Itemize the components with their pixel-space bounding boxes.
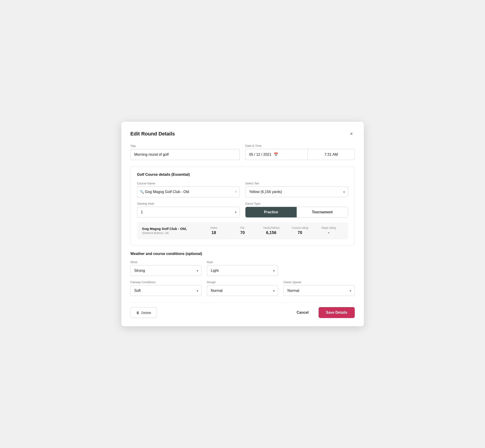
course-tee-row: Course Name 🔍 × Select Tee Yellow (6,156… [137, 182, 348, 197]
rough-group: Rough Short Normal Long ▾ [207, 280, 278, 296]
modal-title: Edit Round Details [130, 131, 175, 137]
delete-label: Delete [141, 311, 151, 315]
search-icon: 🔍 [140, 190, 144, 194]
title-label: Title [130, 144, 240, 148]
course-rating-label: Course rating [285, 226, 314, 230]
weather-section: Weather and course conditions (optional)… [130, 252, 355, 296]
course-rating-value: 70 [285, 230, 314, 235]
wind-group: Wind Calm Light Moderate Strong Very Str… [130, 260, 202, 276]
hole-gametype-row: Starting Hole 1 10 ▾ Game Type Practice … [137, 202, 348, 218]
fairway-wrapper: Soft Normal Hard ▾ [130, 285, 202, 296]
green-speed-label: Green Speed [283, 280, 355, 284]
course-name-group: Course Name 🔍 × [137, 182, 240, 197]
game-type-label: Game Type [245, 202, 348, 205]
fairway-rough-green-row: Fairway Conditions Soft Normal Hard ▾ Ro… [130, 280, 355, 296]
time-input[interactable]: 7:31 AM [308, 149, 355, 160]
wind-rain-row: Wind Calm Light Moderate Strong Very Str… [130, 260, 355, 276]
wind-label: Wind [130, 260, 202, 264]
golf-course-section: Golf Course details (Essential) Course N… [130, 166, 355, 245]
wind-wrapper: Calm Light Moderate Strong Very Strong ▾ [130, 265, 202, 276]
game-type-group: Game Type Practice Tournament [245, 202, 348, 218]
select-tee-label: Select Tee [245, 182, 348, 185]
par-value: 70 [228, 230, 257, 235]
modal-header: Edit Round Details × [130, 130, 355, 138]
yards-stat: Yards(Yellow) 6,156 [257, 226, 285, 235]
delete-button[interactable]: 🗑 Delete [130, 307, 157, 318]
footer-row: 🗑 Delete Cancel Save Details [130, 302, 355, 318]
close-button[interactable]: × [348, 130, 355, 138]
clear-icon[interactable]: × [235, 190, 237, 194]
game-type-toggle: Practice Tournament [245, 207, 348, 218]
select-tee-wrapper: Yellow (6,156 yards) White Red Blue ▾ [245, 186, 348, 197]
yards-label: Yards(Yellow) [257, 226, 285, 230]
green-speed-dropdown[interactable]: Slow Normal Fast Very Fast [283, 285, 355, 296]
rough-dropdown[interactable]: Short Normal Long [207, 285, 278, 296]
holes-value: 18 [200, 230, 228, 235]
yards-value: 6,156 [257, 230, 285, 235]
rain-label: Rain [207, 260, 278, 264]
fairway-dropdown[interactable]: Soft Normal Hard [130, 285, 202, 296]
course-name-input[interactable] [137, 186, 240, 197]
datetime-field-group: Date & Time 05 / 12 / 2021 📅 7:31 AM [245, 144, 355, 160]
footer-right: Cancel Save Details [292, 307, 355, 318]
course-rating-stat: Course rating 70 [285, 226, 314, 235]
starting-hole-group: Starting Hole 1 10 ▾ [137, 202, 240, 218]
datetime-row: 05 / 12 / 2021 📅 7:31 AM [245, 149, 355, 160]
datetime-label: Date & Time [245, 144, 355, 147]
rough-label: Rough [207, 280, 278, 284]
green-speed-wrapper: Slow Normal Fast Very Fast ▾ [283, 285, 355, 296]
title-input[interactable] [130, 149, 240, 160]
rain-group: Rain None Light Moderate Heavy ▾ [207, 260, 278, 276]
par-label: Par [228, 226, 257, 230]
trash-icon: 🗑 [136, 311, 140, 315]
cancel-button[interactable]: Cancel [292, 307, 313, 318]
select-tee-group: Select Tee Yellow (6,156 yards) White Re… [245, 182, 348, 197]
date-input[interactable]: 05 / 12 / 2021 📅 [245, 149, 308, 160]
fairway-group: Fairway Conditions Soft Normal Hard ▾ [130, 280, 202, 296]
starting-hole-dropdown[interactable]: 1 10 [137, 207, 240, 217]
top-row: Title Date & Time 05 / 12 / 2021 📅 7:31 … [130, 144, 355, 160]
tournament-button[interactable]: Tournament [297, 207, 348, 217]
date-value: 05 / 12 / 2021 [249, 152, 271, 157]
fairway-label: Fairway Conditions [130, 280, 202, 284]
course-info-row: Gog Magog Golf Club - Old, Shelford Bott… [137, 222, 348, 239]
golf-section-title: Golf Course details (Essential) [137, 173, 348, 177]
slope-rating-value: - [314, 230, 343, 235]
save-button[interactable]: Save Details [319, 307, 355, 318]
course-name-main: Gog Magog Golf Club - Old, [142, 227, 200, 231]
wind-dropdown[interactable]: Calm Light Moderate Strong Very Strong [130, 265, 202, 276]
green-speed-group: Green Speed Slow Normal Fast Very Fast ▾ [283, 280, 355, 296]
weather-title: Weather and course conditions (optional) [130, 252, 355, 256]
practice-button[interactable]: Practice [245, 207, 297, 217]
course-location: Shelford Bottom, UK [142, 231, 200, 235]
edit-round-modal: Edit Round Details × Title Date & Time 0… [121, 122, 364, 326]
course-name-block: Gog Magog Golf Club - Old, Shelford Bott… [142, 227, 200, 235]
rain-wrapper: None Light Moderate Heavy ▾ [207, 265, 278, 276]
holes-label: Holes [200, 226, 228, 230]
rough-wrapper: Short Normal Long ▾ [207, 285, 278, 296]
rain-dropdown[interactable]: None Light Moderate Heavy [207, 265, 278, 276]
par-stat: Par 70 [228, 226, 257, 235]
time-value: 7:31 AM [324, 152, 338, 157]
starting-hole-wrapper: 1 10 ▾ [137, 207, 240, 217]
starting-hole-label: Starting Hole [137, 202, 240, 205]
course-name-label: Course Name [137, 182, 240, 185]
calendar-icon: 📅 [274, 152, 278, 157]
holes-stat: Holes 18 [200, 226, 228, 235]
select-tee-dropdown[interactable]: Yellow (6,156 yards) White Red Blue [245, 186, 348, 197]
slope-rating-label: Slope rating [314, 226, 343, 230]
course-search-wrapper: 🔍 × [137, 186, 240, 197]
title-field-group: Title [130, 144, 240, 160]
slope-rating-stat: Slope rating - [314, 226, 343, 235]
